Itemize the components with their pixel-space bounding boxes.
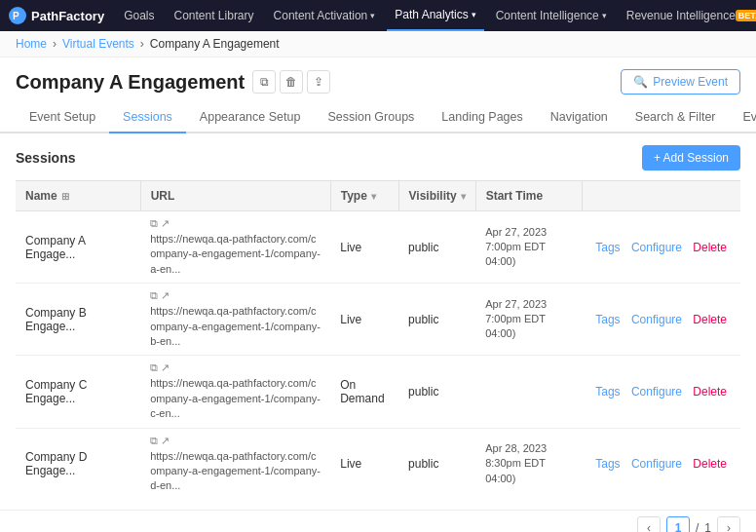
nav-path-analytics[interactable]: Path Analytics [387,0,483,31]
tab-appearance-setup[interactable]: Appearance Setup [186,102,315,133]
external-link-icon-2[interactable]: ↗ [161,361,170,374]
table-row: Company A Engage... ⧉ ↗ https://newqa.qa… [16,211,740,284]
cell-name-2: Company C Engage... [16,356,140,428]
page-title-area: Company A Engagement ⧉ 🗑 ⇪ [16,70,330,94]
sessions-table: Name ⊞ URL Type ▾ [16,180,740,498]
topnav: P PathFactory Goals Content Library Cont… [0,0,756,31]
pagination: ‹ 1 / 1 › [0,510,756,532]
preview-icon: 🔍 [633,75,648,89]
col-header-url: URL [140,181,330,211]
pagination-current-page: 1 [666,516,690,532]
cell-name-3: Company D Engage... [16,428,140,498]
tab-sessions[interactable]: Sessions [109,102,186,133]
tags-link-3[interactable]: Tags [591,457,624,471]
nav-content-activation[interactable]: Content Activation [266,0,384,31]
configure-link-2[interactable]: Configure [627,385,686,399]
visibility-filter-icon[interactable]: ▾ [461,191,466,202]
cell-start-time-3: Apr 28, 20238:30pm EDT04:00) [475,428,582,498]
tabs: Event Setup Sessions Appearance Setup Se… [0,102,756,133]
nav-content-library[interactable]: Content Library [167,0,262,31]
cell-name-1: Company B Engage... [16,284,140,356]
col-header-visibility: Visibility ▾ [398,181,475,211]
breadcrumb-home[interactable]: Home [16,37,47,51]
configure-link-0[interactable]: Configure [627,241,686,254]
tab-navigation[interactable]: Navigation [537,102,622,133]
nav-revenue-intelligence[interactable]: Revenue Intelligence BETA [619,0,756,31]
cell-start-time-2 [475,356,582,428]
col-header-actions [582,181,740,211]
url-text-0: https://newqa.qa-pathfactory.com/company… [150,233,321,275]
delete-icon[interactable]: 🗑 [280,70,303,94]
cell-type-3: Live [330,428,398,498]
delete-link-1[interactable]: Delete [689,313,731,326]
configure-link-1[interactable]: Configure [627,313,686,326]
page-header: Company A Engagement ⧉ 🗑 ⇪ 🔍 Preview Eve… [0,57,756,102]
tab-event-blacklist[interactable]: Event Blacklist [730,102,757,133]
copy-icon-0[interactable]: ⧉ [150,217,158,230]
url-text-1: https://newqa.qa-pathfactory.com/company… [150,305,321,347]
type-filter-icon[interactable]: ▾ [371,191,376,202]
table-row: Company D Engage... ⧉ ↗ https://newqa.qa… [16,428,740,498]
sessions-header: Sessions + Add Session [16,145,740,171]
cell-type-1: Live [330,284,398,356]
breadcrumb-sep2: › [140,37,144,51]
delete-link-3[interactable]: Delete [689,457,731,471]
pagination-prev[interactable]: ‹ [637,516,661,532]
cell-type-0: Live [330,211,398,284]
external-link-icon-1[interactable]: ↗ [161,289,170,302]
col-header-start-time: Start Time [475,181,582,211]
tags-link-1[interactable]: Tags [591,313,624,326]
nav-goals[interactable]: Goals [116,0,162,31]
copy-icon-1[interactable]: ⧉ [150,289,158,302]
tab-search-filter[interactable]: Search & Filter [622,102,730,133]
cell-url-2: ⧉ ↗ https://newqa.qa-pathfactory.com/com… [140,356,330,428]
breadcrumb: Home › Virtual Events › Company A Engage… [0,31,756,57]
copy-icon-2[interactable]: ⧉ [150,361,158,374]
cell-visibility-3: public [398,428,475,498]
cell-visibility-0: public [398,211,475,284]
cell-start-time-1: Apr 27, 20237:00pm EDT04:00) [475,284,582,356]
col-header-name: Name ⊞ [16,181,140,211]
tags-link-0[interactable]: Tags [591,241,624,254]
name-filter-icon[interactable]: ⊞ [61,191,69,202]
pagination-next[interactable]: › [717,516,740,532]
table-row: Company B Engage... ⧉ ↗ https://newqa.qa… [16,284,740,356]
duplicate-icon[interactable]: ⧉ [252,70,276,94]
cell-url-3: ⧉ ↗ https://newqa.qa-pathfactory.com/com… [140,428,330,498]
tab-landing-pages[interactable]: Landing Pages [428,102,536,133]
cell-start-time-0: Apr 27, 20237:00pm EDT04:00) [475,211,582,284]
share-icon[interactable]: ⇪ [307,70,330,94]
cell-actions-2: Tags Configure Delete [582,356,740,428]
add-session-button[interactable]: + Add Session [642,145,740,171]
preview-event-button[interactable]: 🔍 Preview Event [621,69,740,95]
cell-type-2: On Demand [330,356,398,428]
tags-link-2[interactable]: Tags [591,385,624,399]
external-link-icon-3[interactable]: ↗ [161,435,170,447]
copy-icon-3[interactable]: ⧉ [150,435,158,447]
tab-event-setup[interactable]: Event Setup [16,102,109,133]
delete-link-2[interactable]: Delete [689,385,731,399]
url-text-3: https://newqa.qa-pathfactory.com/company… [150,450,321,492]
cell-actions-0: Tags Configure Delete [582,211,740,284]
logo[interactable]: P PathFactory [8,6,104,25]
cell-actions-3: Tags Configure Delete [582,428,740,498]
nav-content-intelligence[interactable]: Content Intelligence [488,0,615,31]
cell-url-1: ⧉ ↗ https://newqa.qa-pathfactory.com/com… [140,284,330,356]
external-link-icon-0[interactable]: ↗ [161,217,170,230]
pagination-total-pages: 1 [704,521,711,532]
configure-link-3[interactable]: Configure [627,457,686,471]
table-row: Company C Engage... ⧉ ↗ https://newqa.qa… [16,356,740,428]
svg-text:P: P [13,11,19,21]
delete-link-0[interactable]: Delete [689,241,731,254]
sessions-table-wrapper: Name ⊞ URL Type ▾ [16,180,740,498]
breadcrumb-current: Company A Engagement [150,37,280,51]
breadcrumb-sep1: › [53,37,57,51]
url-text-2: https://newqa.qa-pathfactory.com/company… [150,377,321,419]
tab-session-groups[interactable]: Session Groups [314,102,428,133]
cell-visibility-2: public [398,356,475,428]
page-title: Company A Engagement [16,71,245,94]
cell-url-0: ⧉ ↗ https://newqa.qa-pathfactory.com/com… [140,211,330,284]
page-title-icons: ⧉ 🗑 ⇪ [252,70,330,94]
col-header-type: Type ▾ [330,181,398,211]
breadcrumb-virtual-events[interactable]: Virtual Events [62,37,134,51]
